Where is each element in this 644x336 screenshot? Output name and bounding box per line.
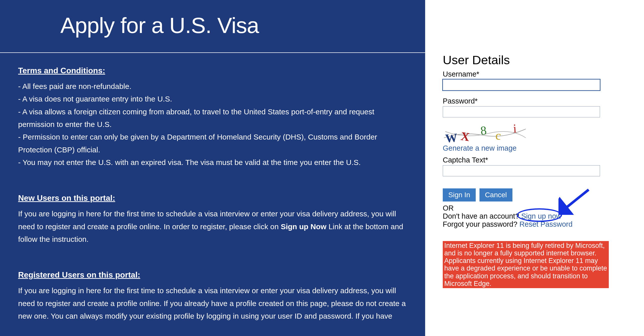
browser-warning: Internet Explorer 11 is being fully reti… [443,241,609,288]
new-users-heading: New Users on this portal: [18,191,407,205]
sign-in-button[interactable]: Sign In [443,188,476,201]
captcha-input[interactable] [443,165,600,176]
terms-item: - A visa does not guarantee entry into t… [18,93,407,105]
generate-captcha-link[interactable]: Generate a new image [443,144,516,152]
no-account-text: Don't have an account? [443,212,521,220]
registered-users-paragraph: If you are logging in here for the first… [18,284,407,322]
reset-password-link[interactable]: Reset Password [519,220,573,228]
terms-item: - All fees paid are non-refundable. [18,80,407,93]
info-panel: Apply for a U.S. Visa Terms and Conditio… [0,0,425,336]
forgot-password-text: Forgot your password? [443,220,519,228]
new-users-paragraph: If you are logging in here for the first… [18,208,407,246]
password-input[interactable] [443,106,600,117]
terms-item: - A visa allows a foreign citizen coming… [18,106,407,131]
or-text: OR [443,204,609,212]
registered-users-heading: Registered Users on this portal: [18,268,407,282]
captcha-label: Captcha Text* [443,156,609,164]
captcha-image: W X 8 c i [443,124,528,144]
password-label: Password* [443,97,609,105]
login-panel: User Details Username* Password* W X 8 c… [425,0,644,336]
signup-now-bold: Sign up Now [281,222,327,231]
terms-list: - All fees paid are non-refundable. - A … [18,80,407,169]
username-input[interactable] [443,79,600,90]
user-details-heading: User Details [443,53,609,67]
username-label: Username* [443,70,609,78]
terms-item: - You may not enter the U.S. with an exp… [18,156,407,169]
terms-heading: Terms and Conditions: [18,64,407,78]
sign-up-link[interactable]: Sign up now [521,212,561,220]
terms-item: - Permission to enter can only be given … [18,131,407,156]
cancel-button[interactable]: Cancel [479,188,512,201]
page-title: Apply for a U.S. Visa [0,0,425,52]
